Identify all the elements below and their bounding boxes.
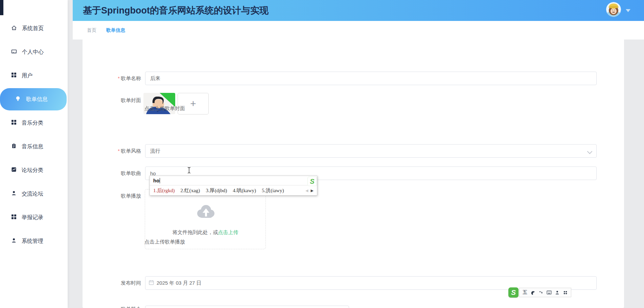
ime-candidate[interactable]: 1.后(rgkd) bbox=[153, 187, 175, 194]
playlist-name-label: *歌单名称 bbox=[83, 75, 141, 82]
sidebar-item-playlist-info[interactable]: 歌单信息 bbox=[0, 88, 67, 110]
bulb-icon bbox=[15, 96, 21, 103]
play-upload-hint: 点击上传歌单播放 bbox=[144, 238, 185, 245]
grid-icon bbox=[11, 72, 17, 79]
playlist-intro-label: 歌单简介 bbox=[83, 306, 141, 308]
ime-candidate[interactable]: 2.红(xag) bbox=[180, 187, 200, 194]
upload-cloud-icon bbox=[194, 204, 217, 221]
ime-prev-page-icon[interactable]: ◀ bbox=[305, 188, 308, 193]
sidebar-item-report-records[interactable]: 举报记录 bbox=[0, 206, 68, 229]
page-title: 基于Springboot的音乐网站系统的设计与实现 bbox=[83, 0, 269, 21]
ime-next-page-icon[interactable]: ▶ bbox=[311, 188, 314, 193]
dropzone-text: 将文件拖到此处，或点击上传 bbox=[145, 229, 266, 236]
ime-caret bbox=[160, 178, 160, 183]
ime-composition: ho bbox=[153, 178, 159, 183]
sidebar-item-system-home[interactable]: 系统首页 bbox=[0, 17, 68, 40]
sogou-toolbar-pill: 五 bbox=[519, 288, 571, 297]
breadcrumb-home[interactable]: 首页 bbox=[87, 27, 96, 33]
ime-candidate[interactable]: 4.哄(kawy) bbox=[233, 187, 256, 194]
sidebar-item-music-category[interactable]: 音乐分类 bbox=[0, 111, 68, 135]
sidebar-item-label: 用户 bbox=[22, 72, 32, 79]
music-admin-page: 系统首页 个人中心 用户 歌单信息 音乐分类 音乐信息 论坛分类 交流论坛 bbox=[0, 0, 644, 308]
sidebar-item-label: 系统管理 bbox=[22, 238, 43, 245]
ime-composition-row: ho bbox=[150, 176, 317, 185]
keyboard-icon[interactable] bbox=[547, 290, 552, 295]
sidebar-item-label: 举报记录 bbox=[22, 214, 43, 221]
main-area: 基于Springboot的音乐网站系统的设计与实现 bbox=[73, 0, 644, 308]
grid-icon bbox=[11, 214, 17, 221]
user-icon bbox=[11, 238, 17, 245]
ime-candidate[interactable]: 3.厚(djbd) bbox=[206, 187, 227, 194]
sidebar-item-profile[interactable]: 个人中心 bbox=[0, 40, 68, 64]
playlist-name-input[interactable] bbox=[145, 72, 597, 85]
playlist-cover-label: 歌单封面 bbox=[83, 97, 141, 104]
sidebar-item-label: 个人中心 bbox=[22, 49, 44, 56]
toolbox-grid-icon[interactable] bbox=[563, 290, 568, 295]
ime-popup: ho 1.后(rgkd) 2.红(xag) 3.厚(djbd) 4.哄(kawy… bbox=[150, 176, 317, 196]
sogou-logo-icon[interactable]: S bbox=[508, 287, 519, 298]
user-icon bbox=[11, 190, 17, 197]
moon-halfwidth-icon[interactable] bbox=[530, 290, 535, 295]
text-cursor-pointer bbox=[187, 167, 191, 175]
sidebar-item-system-manage[interactable]: 系统管理 bbox=[0, 229, 68, 253]
person-icon[interactable] bbox=[555, 290, 560, 295]
ime-candidates-row: 1.后(rgkd) 2.红(xag) 3.厚(djbd) 4.哄(kawy) 5… bbox=[150, 185, 317, 196]
sidebar-item-label: 音乐信息 bbox=[22, 143, 43, 150]
playlist-form-card: *歌单名称 歌单封面 + 点击上传歌单封面 *歌单风格 bbox=[83, 37, 624, 308]
required-asterisk: * bbox=[118, 75, 120, 81]
breadcrumb: 首页 歌单信息 bbox=[73, 21, 644, 40]
publish-date-value: 2025 年 03 月 27 日 bbox=[157, 280, 202, 286]
grid-icon bbox=[11, 120, 17, 126]
sogou-ime-toolbar: S 五 bbox=[508, 287, 571, 298]
sidebar-item-label: 音乐分类 bbox=[22, 120, 43, 127]
sidebar-item-forum-category[interactable]: 论坛分类 bbox=[0, 158, 68, 182]
user-avatar[interactable] bbox=[606, 2, 621, 17]
required-asterisk: * bbox=[118, 148, 120, 154]
avatar-dropdown-caret-icon[interactable] bbox=[626, 9, 630, 12]
breadcrumb-current[interactable]: 歌单信息 bbox=[106, 27, 125, 33]
clipboard-icon bbox=[11, 143, 17, 150]
select-value: 流行 bbox=[150, 148, 160, 154]
sidebar-item-forum[interactable]: 交流论坛 bbox=[0, 182, 68, 206]
punctuation-mode-icon[interactable] bbox=[538, 290, 544, 295]
sidebar-item-label: 交流论坛 bbox=[22, 190, 43, 198]
cover-upload-hint: 点击上传歌单封面 bbox=[144, 105, 185, 112]
sogou-logo-icon: S bbox=[307, 177, 317, 186]
ime-mode-indicator[interactable]: 五 bbox=[523, 289, 527, 296]
plus-icon: + bbox=[190, 98, 196, 109]
sidebar-item-users[interactable]: 用户 bbox=[0, 64, 68, 87]
chevron-down-icon bbox=[587, 149, 593, 154]
sidebar: 系统首页 个人中心 用户 歌单信息 音乐分类 音乐信息 论坛分类 交流论坛 bbox=[0, 0, 68, 308]
publish-time-label: 发布时间 bbox=[83, 280, 141, 286]
calendar-icon bbox=[149, 280, 154, 286]
sidebar-item-label: 系统首页 bbox=[22, 25, 44, 32]
playlist-style-label: *歌单风格 bbox=[83, 148, 141, 154]
app-header: 基于Springboot的音乐网站系统的设计与实现 bbox=[73, 0, 644, 21]
click-upload-link[interactable]: 点击上传 bbox=[218, 229, 238, 235]
sidebar-item-label: 论坛分类 bbox=[22, 167, 43, 174]
ime-candidate[interactable]: 5.洪(iawy) bbox=[262, 187, 284, 194]
playlist-intro-textarea[interactable] bbox=[145, 306, 349, 308]
sidebar-item-music-info[interactable]: 音乐信息 bbox=[0, 135, 68, 158]
ime-pagination: ◀ ▶ bbox=[305, 188, 314, 193]
screen-corner-artifact bbox=[0, 0, 3, 15]
playlist-song-label: 歌单歌曲 bbox=[83, 170, 141, 177]
playlist-style-select[interactable]: 流行 bbox=[145, 144, 597, 158]
id-card-icon bbox=[11, 49, 17, 56]
playlist-play-label: 歌单播放 bbox=[83, 192, 141, 199]
home-icon bbox=[11, 25, 17, 32]
sidebar-item-label: 歌单信息 bbox=[26, 96, 48, 103]
chart-icon bbox=[11, 167, 17, 174]
